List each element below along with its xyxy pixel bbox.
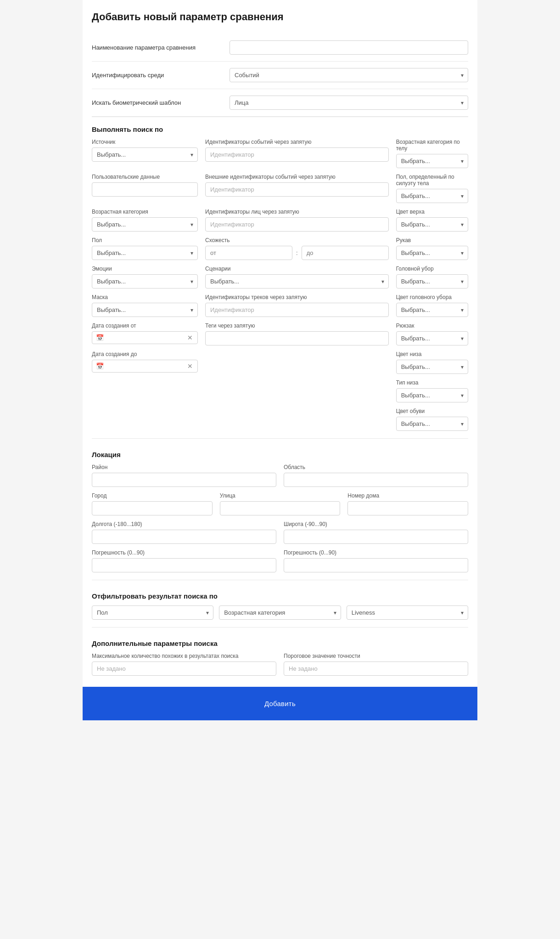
headwear-color-select[interactable]: Выбрать... (396, 303, 468, 317)
lower-type-select-wrapper: Выбрать... (396, 388, 468, 402)
similarity-label: Схожесть (205, 237, 389, 243)
district-label: Район (92, 464, 276, 470)
track-ids-input[interactable] (205, 303, 389, 317)
identify-among-select[interactable]: Событий (230, 68, 468, 82)
empty-lower-col2 (205, 379, 389, 402)
region-input[interactable] (284, 473, 468, 487)
mask-select[interactable]: Выбрать... (92, 303, 198, 317)
external-event-ids-input[interactable] (205, 182, 389, 197)
source-select[interactable]: Выбрать... (92, 147, 198, 162)
created-from-group: Дата создания от 📅 ✕ (92, 322, 198, 345)
scenarios-select[interactable]: Выбрать... (205, 274, 389, 288)
param-name-label: Наименование параметра сравнения (92, 44, 230, 51)
external-event-ids-group: Внешние идентификаторы событий через зап… (205, 174, 389, 203)
city-input[interactable] (92, 501, 213, 515)
headwear-select[interactable]: Выбрать... (396, 274, 468, 288)
location-row-district-region: Район Область (92, 464, 468, 487)
threshold-label: Пороговое значение точности (284, 653, 468, 659)
accuracy2-input[interactable] (284, 558, 468, 572)
biometric-select[interactable]: Лица (230, 96, 468, 110)
created-from-input[interactable] (106, 334, 184, 341)
district-group: Район (92, 464, 276, 487)
gender-body-select-wrapper: Выбрать... (396, 189, 468, 203)
created-from-clear[interactable]: ✕ (186, 334, 194, 341)
scenarios-select-wrapper: Выбрать... (205, 274, 389, 288)
gender-select-wrapper: Выбрать... (92, 246, 198, 260)
track-ids-label: Идентификаторы треков через запятую (205, 294, 389, 300)
tags-group: Теги через запятую (205, 322, 389, 345)
tags-input[interactable] (205, 331, 389, 345)
created-to-group: Дата создания до 📅 ✕ (92, 351, 198, 374)
region-group: Область (284, 464, 468, 487)
submit-button[interactable]: Добавить (92, 694, 468, 713)
similarity-to-input[interactable] (302, 246, 389, 260)
gender-body-select[interactable]: Выбрать... (396, 189, 468, 203)
event-ids-group: Идентификаторы событий через запятую (205, 139, 389, 168)
upper-color-select[interactable]: Выбрать... (396, 217, 468, 232)
bag-label: Рюкзак (396, 322, 468, 329)
age-body-select[interactable]: Выбрать... (396, 154, 468, 168)
created-to-input[interactable] (106, 363, 184, 370)
filter-row: Пол Возрастная категория Liveness (92, 605, 468, 627)
created-to-clear[interactable]: ✕ (186, 362, 194, 370)
filter-age-select[interactable]: Возрастная категория (219, 605, 341, 620)
longitude-input[interactable] (92, 530, 276, 544)
empty-shoe-col2 (205, 408, 389, 431)
filter-gender-wrapper: Пол (92, 605, 213, 620)
threshold-input[interactable] (284, 662, 468, 676)
shoe-color-group: Цвет обуви Выбрать... (396, 408, 468, 431)
max-similar-input[interactable] (92, 662, 276, 676)
page-title: Добавить новый параметр сравнения (92, 11, 468, 23)
gender-body-label: Пол, определенный по силуэту тела (396, 174, 468, 187)
user-data-group: Пользовательские данные (92, 174, 198, 203)
bag-select[interactable]: Выбрать... (396, 331, 468, 345)
emotions-label: Эмоции (92, 266, 198, 272)
external-event-ids-label: Внешние идентификаторы событий через зап… (205, 174, 389, 180)
lower-color-select[interactable]: Выбрать... (396, 360, 468, 374)
age-category-select[interactable]: Выбрать... (92, 217, 198, 232)
gender-group: Пол Выбрать... (92, 237, 198, 260)
user-data-input[interactable] (92, 182, 198, 197)
street-input[interactable] (220, 501, 341, 515)
gender-label: Пол (92, 237, 198, 243)
location-row-lon-lat: Долгота (-180...180) Широта (-90...90) (92, 521, 468, 544)
bag-group: Рюкзак Выбрать... (396, 322, 468, 345)
district-input[interactable] (92, 473, 276, 487)
max-similar-label: Максимальное количество похожих в резуль… (92, 653, 276, 659)
street-group: Улица (220, 492, 341, 515)
accuracy2-label: Погрешность (0...90) (284, 549, 468, 556)
upper-color-select-wrapper: Выбрать... (396, 217, 468, 232)
latitude-label: Широта (-90...90) (284, 521, 468, 527)
gender-body-group: Пол, определенный по силуэту тела Выбрат… (396, 174, 468, 203)
emotions-select[interactable]: Выбрать... (92, 274, 198, 288)
headwear-group: Головной убор Выбрать... (396, 266, 468, 288)
similarity-group: Схожесть : (205, 237, 389, 260)
identify-among-control: Событий (230, 68, 468, 82)
gender-select[interactable]: Выбрать... (92, 246, 198, 260)
similarity-from-input[interactable] (205, 246, 292, 260)
latitude-input[interactable] (284, 530, 468, 544)
age-category-select-wrapper: Выбрать... (92, 217, 198, 232)
accuracy1-group: Погрешность (0...90) (92, 549, 276, 572)
filter-age-wrapper: Возрастная категория (219, 605, 341, 620)
house-group: Номер дома (347, 492, 468, 515)
created-from-wrapper: 📅 ✕ (92, 331, 198, 344)
filter-liveness-select[interactable]: Liveness (347, 605, 468, 620)
calendar-icon-to: 📅 (96, 362, 104, 370)
biometric-control: Лица (230, 96, 468, 110)
page-container: Добавить новый параметр сравнения Наимен… (83, 0, 477, 720)
face-ids-input[interactable] (205, 217, 389, 232)
shoe-color-select[interactable]: Выбрать... (396, 417, 468, 431)
event-ids-input[interactable] (205, 147, 389, 162)
accuracy1-input[interactable] (92, 558, 276, 572)
filter-gender-select[interactable]: Пол (92, 605, 213, 620)
house-input[interactable] (347, 501, 468, 515)
empty-col2 (205, 351, 389, 374)
param-name-input[interactable] (230, 40, 468, 55)
headwear-select-wrapper: Выбрать... (396, 274, 468, 288)
lower-type-group: Тип низа Выбрать... (396, 379, 468, 402)
lower-color-label: Цвет низа (396, 351, 468, 357)
sleeve-select[interactable]: Выбрать... (396, 246, 468, 260)
event-ids-label: Идентификаторы событий через запятую (205, 139, 389, 145)
lower-type-select[interactable]: Выбрать... (396, 388, 468, 402)
